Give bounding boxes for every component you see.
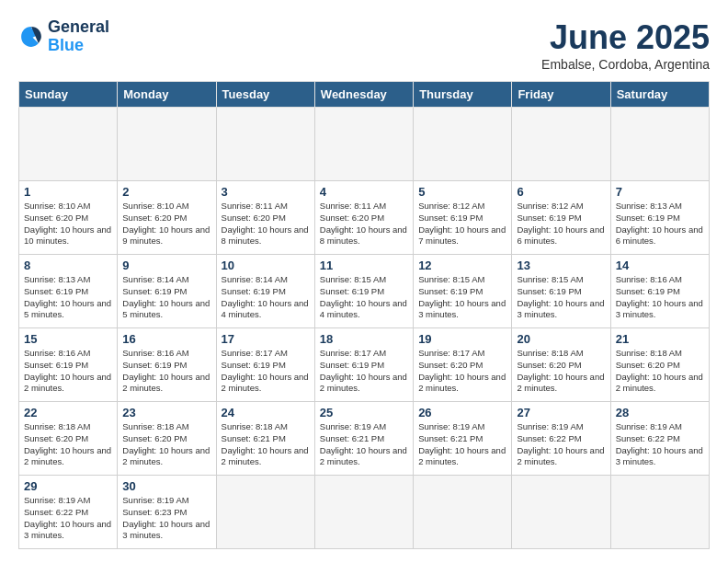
day-number: 6	[517, 185, 605, 199]
calendar-row: 22Sunrise: 8:18 AMSunset: 6:20 PMDayligh…	[19, 402, 710, 476]
day-number: 1	[24, 185, 112, 199]
day-info: Sunrise: 8:19 AMSunset: 6:23 PMDaylight:…	[122, 495, 210, 542]
table-cell	[19, 108, 118, 181]
day-info: Sunrise: 8:18 AMSunset: 6:20 PMDaylight:…	[122, 421, 210, 468]
day-number: 7	[616, 185, 704, 199]
day-number: 29	[24, 479, 112, 493]
day-number: 26	[418, 406, 506, 419]
day-number: 15	[24, 332, 112, 346]
table-cell: 9Sunrise: 8:14 AMSunset: 6:19 PMDaylight…	[118, 255, 216, 328]
day-number: 4	[320, 185, 408, 199]
table-cell: 23Sunrise: 8:18 AMSunset: 6:20 PMDayligh…	[118, 402, 216, 476]
table-cell: 2Sunrise: 8:10 AMSunset: 6:20 PMDaylight…	[118, 181, 216, 255]
logo-icon	[18, 24, 44, 50]
table-cell: 27Sunrise: 8:19 AMSunset: 6:22 PMDayligh…	[512, 402, 610, 476]
table-cell: 28Sunrise: 8:19 AMSunset: 6:22 PMDayligh…	[610, 402, 709, 476]
table-cell: 7Sunrise: 8:13 AMSunset: 6:19 PMDaylight…	[610, 181, 709, 255]
table-cell	[118, 108, 216, 181]
table-cell	[610, 476, 709, 549]
day-number: 21	[616, 332, 704, 346]
table-cell: 4Sunrise: 8:11 AMSunset: 6:20 PMDaylight…	[314, 181, 413, 255]
table-cell: 24Sunrise: 8:18 AMSunset: 6:21 PMDayligh…	[216, 402, 314, 476]
table-cell	[610, 108, 709, 181]
day-number: 23	[122, 406, 210, 419]
table-cell: 15Sunrise: 8:16 AMSunset: 6:19 PMDayligh…	[19, 328, 118, 402]
table-cell: 3Sunrise: 8:11 AMSunset: 6:20 PMDaylight…	[216, 181, 314, 255]
day-info: Sunrise: 8:19 AMSunset: 6:22 PMDaylight:…	[616, 421, 704, 468]
day-info: Sunrise: 8:15 AMSunset: 6:19 PMDaylight:…	[418, 274, 506, 321]
day-number: 30	[122, 479, 210, 493]
day-number: 2	[122, 185, 210, 199]
table-cell: 26Sunrise: 8:19 AMSunset: 6:21 PMDayligh…	[414, 402, 512, 476]
day-number: 18	[320, 332, 408, 346]
day-number: 14	[616, 259, 704, 272]
page: General Blue June 2025 Embalse, Cordoba,…	[0, 0, 728, 563]
table-cell: 19Sunrise: 8:17 AMSunset: 6:20 PMDayligh…	[414, 328, 512, 402]
table-cell: 21Sunrise: 8:18 AMSunset: 6:20 PMDayligh…	[610, 328, 709, 402]
col-monday: Monday	[118, 82, 216, 108]
day-info: Sunrise: 8:17 AMSunset: 6:19 PMDaylight:…	[320, 348, 408, 395]
day-info: Sunrise: 8:19 AMSunset: 6:21 PMDaylight:…	[418, 421, 506, 468]
day-number: 9	[122, 259, 210, 272]
logo-text: General Blue	[48, 18, 109, 55]
calendar-row	[19, 108, 710, 181]
day-info: Sunrise: 8:14 AMSunset: 6:19 PMDaylight:…	[122, 274, 210, 321]
day-number: 24	[222, 406, 310, 419]
day-number: 16	[122, 332, 210, 346]
table-cell: 1Sunrise: 8:10 AMSunset: 6:20 PMDaylight…	[19, 181, 118, 255]
logo: General Blue	[18, 18, 109, 55]
day-number: 27	[517, 406, 605, 419]
table-cell: 11Sunrise: 8:15 AMSunset: 6:19 PMDayligh…	[314, 255, 413, 328]
day-number: 13	[517, 259, 605, 272]
table-cell: 18Sunrise: 8:17 AMSunset: 6:19 PMDayligh…	[314, 328, 413, 402]
table-cell: 12Sunrise: 8:15 AMSunset: 6:19 PMDayligh…	[414, 255, 512, 328]
table-cell: 25Sunrise: 8:19 AMSunset: 6:21 PMDayligh…	[314, 402, 413, 476]
table-cell: 10Sunrise: 8:14 AMSunset: 6:19 PMDayligh…	[216, 255, 314, 328]
day-info: Sunrise: 8:13 AMSunset: 6:19 PMDaylight:…	[24, 274, 112, 321]
col-friday: Friday	[512, 82, 610, 108]
day-info: Sunrise: 8:19 AMSunset: 6:21 PMDaylight:…	[320, 421, 408, 468]
table-cell: 22Sunrise: 8:18 AMSunset: 6:20 PMDayligh…	[19, 402, 118, 476]
table-cell: 30Sunrise: 8:19 AMSunset: 6:23 PMDayligh…	[118, 476, 216, 549]
day-number: 22	[24, 406, 112, 419]
day-info: Sunrise: 8:18 AMSunset: 6:20 PMDaylight:…	[24, 421, 112, 468]
day-info: Sunrise: 8:10 AMSunset: 6:20 PMDaylight:…	[24, 201, 112, 247]
day-info: Sunrise: 8:13 AMSunset: 6:19 PMDaylight:…	[616, 201, 704, 247]
col-thursday: Thursday	[414, 82, 512, 108]
day-info: Sunrise: 8:10 AMSunset: 6:20 PMDaylight:…	[122, 201, 210, 247]
table-cell: 6Sunrise: 8:12 AMSunset: 6:19 PMDaylight…	[512, 181, 610, 255]
table-cell	[512, 476, 610, 549]
table-cell	[414, 476, 512, 549]
col-sunday: Sunday	[19, 82, 118, 108]
day-info: Sunrise: 8:17 AMSunset: 6:20 PMDaylight:…	[418, 348, 506, 395]
calendar-row: 15Sunrise: 8:16 AMSunset: 6:19 PMDayligh…	[19, 328, 710, 402]
day-number: 17	[222, 332, 310, 346]
day-info: Sunrise: 8:19 AMSunset: 6:22 PMDaylight:…	[517, 421, 605, 468]
day-info: Sunrise: 8:18 AMSunset: 6:20 PMDaylight:…	[616, 348, 704, 395]
table-cell	[314, 108, 413, 181]
table-cell: 20Sunrise: 8:18 AMSunset: 6:20 PMDayligh…	[512, 328, 610, 402]
day-info: Sunrise: 8:11 AMSunset: 6:20 PMDaylight:…	[222, 201, 310, 247]
month-title: June 2025	[541, 18, 710, 57]
location: Embalse, Cordoba, Argentina	[541, 57, 710, 72]
table-cell	[216, 108, 314, 181]
calendar-header-row: Sunday Monday Tuesday Wednesday Thursday…	[19, 82, 710, 108]
day-number: 20	[517, 332, 605, 346]
day-info: Sunrise: 8:16 AMSunset: 6:19 PMDaylight:…	[616, 274, 704, 321]
day-info: Sunrise: 8:19 AMSunset: 6:22 PMDaylight:…	[24, 495, 112, 542]
day-info: Sunrise: 8:18 AMSunset: 6:20 PMDaylight:…	[517, 348, 605, 395]
day-number: 10	[222, 259, 310, 272]
day-info: Sunrise: 8:15 AMSunset: 6:19 PMDaylight:…	[320, 274, 408, 321]
col-saturday: Saturday	[610, 82, 709, 108]
day-info: Sunrise: 8:16 AMSunset: 6:19 PMDaylight:…	[24, 348, 112, 395]
table-cell	[512, 108, 610, 181]
table-cell: 14Sunrise: 8:16 AMSunset: 6:19 PMDayligh…	[610, 255, 709, 328]
title-block: June 2025 Embalse, Cordoba, Argentina	[541, 18, 710, 72]
calendar-row: 8Sunrise: 8:13 AMSunset: 6:19 PMDaylight…	[19, 255, 710, 328]
day-info: Sunrise: 8:15 AMSunset: 6:19 PMDaylight:…	[517, 274, 605, 321]
col-wednesday: Wednesday	[314, 82, 413, 108]
day-info: Sunrise: 8:12 AMSunset: 6:19 PMDaylight:…	[418, 201, 506, 247]
table-cell	[216, 476, 314, 549]
day-number: 3	[222, 185, 310, 199]
table-cell: 13Sunrise: 8:15 AMSunset: 6:19 PMDayligh…	[512, 255, 610, 328]
